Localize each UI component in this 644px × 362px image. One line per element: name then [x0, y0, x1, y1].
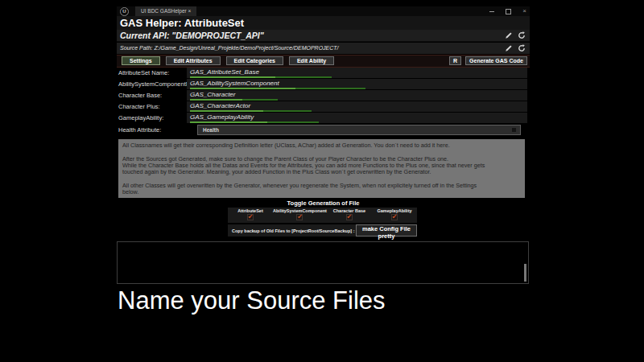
refresh-icon [518, 31, 526, 39]
input-underline [190, 88, 365, 89]
document-tab[interactable]: UI BDC GASHelper × [135, 6, 196, 16]
minimize-button[interactable] [489, 11, 494, 12]
checkmark-icon: ✔ [392, 215, 398, 220]
window-controls: × [489, 6, 526, 16]
unreal-engine-logo-icon: U [120, 7, 129, 16]
refresh-source-path-button[interactable] [516, 43, 526, 53]
checkmark-icon: ✔ [347, 215, 353, 220]
copy-backup-strip: Copy backup of Old Files to [ProjectRoot… [228, 224, 369, 237]
toggle-column: AttributeSet✔ [228, 208, 273, 223]
generate-gas-code-button[interactable]: Generate GAS Code [465, 56, 527, 65]
toggle-column: GameplayAbility✔ [372, 208, 417, 223]
toggle-column: AbilitySystemComponent✔ [273, 208, 327, 223]
page-title: GAS Helper: AttributeSet [117, 16, 530, 30]
checkmark-icon: ✔ [248, 215, 254, 220]
health-attribute-dropdown[interactable]: Health [197, 125, 521, 135]
scrollbar-thumb[interactable] [524, 264, 526, 282]
field-label: AttributeSet Name: [118, 68, 169, 78]
form-row: AttributeSet Name:GAS_AttributeSet_Base [117, 68, 530, 78]
edit-api-button[interactable] [503, 31, 514, 40]
toggle-checkbox-attributeset[interactable]: ✔ [247, 214, 254, 220]
toggle-column: Character Base✔ [327, 208, 372, 223]
copy-backup-label: Copy backup of Old Files to [ProjectRoot… [232, 228, 355, 233]
source-path-label: Source Path: Z:/Game_Design/Unreal_Proje… [120, 45, 339, 51]
tab-bar: SettingsEdit AttributesEdit CategoriesEd… [117, 55, 530, 68]
form-row: Character Base:GAS_Character [117, 90, 530, 101]
tabbar-actions: R Generate GAS Code [449, 56, 527, 65]
input-underline [190, 76, 332, 78]
tab-edit-categories[interactable]: Edit Categories [226, 56, 283, 65]
slide-caption: Name your Source Files [118, 286, 386, 315]
health-attribute-value: Health [203, 125, 219, 134]
form-row: Character Plus:GAS_CharacterActor [117, 101, 530, 112]
field-label: GameplayAbility: [118, 113, 163, 123]
close-button[interactable]: × [522, 6, 526, 16]
toggle-checkbox-abilitysystemcomponent[interactable]: ✔ [296, 214, 303, 220]
make-config-file-pretty-button[interactable]: make Config File pretty [356, 224, 417, 237]
toggle-section-title: Toggle Generation of File [117, 200, 530, 207]
refresh-icon [518, 44, 526, 52]
toggle-checkbox-gameplayability[interactable]: ✔ [391, 214, 398, 220]
input-underline [190, 110, 312, 112]
text-input[interactable]: GAS_AttributeSet_Base [187, 68, 527, 78]
input-underline [190, 99, 278, 101]
text-input[interactable]: GAS_CharacterActor [187, 101, 527, 112]
copy-backup-row: Copy backup of Old Files to [ProjectRoot… [228, 224, 369, 237]
form-row: GameplayAbility:GAS_GameplayAbility [117, 113, 530, 123]
lower-content-panel [117, 241, 529, 284]
field-label: Character Plus: [118, 101, 160, 112]
form-row: AbilitySystemComponentName:GAS_AbilitySy… [117, 79, 530, 89]
text-input[interactable]: GAS_AbilitySystemComponent [187, 79, 527, 89]
dropdown-arrow-icon [512, 128, 516, 132]
input-underline [190, 121, 319, 123]
tab-edit-attributes[interactable]: Edit Attributes [166, 56, 221, 65]
tab-edit-ability[interactable]: Edit Ability [289, 56, 334, 65]
edit-source-path-button[interactable] [503, 43, 514, 53]
screen: U UI BDC GASHelper × × GAS Helper: Attri… [0, 0, 644, 362]
current-api-label: Current API: "DEMOPROJECT_API" [120, 31, 264, 40]
tab-settings[interactable]: Settings [122, 56, 160, 65]
current-api-row: Current API: "DEMOPROJECT_API" [117, 30, 530, 42]
pencil-icon [505, 31, 513, 39]
text-input[interactable]: GAS_GameplayAbility [187, 113, 527, 123]
toggle-checkbox-character-base[interactable]: ✔ [346, 214, 353, 220]
refresh-api-button[interactable] [516, 31, 526, 40]
checkmark-icon: ✔ [297, 215, 303, 220]
r-button[interactable]: R [449, 56, 461, 65]
text-input[interactable]: GAS_Character [187, 90, 527, 101]
health-attribute-row: Health Attribute: Health [117, 125, 530, 135]
source-file-name-form: AttributeSet Name:GAS_AttributeSet_BaseA… [117, 68, 530, 124]
health-attribute-label: Health Attribute: [118, 125, 161, 135]
toggle-generation-columns: AttributeSet✔AbilitySystemComponent✔Char… [228, 208, 417, 223]
tab-buttons: SettingsEdit AttributesEdit CategoriesEd… [122, 56, 334, 65]
maximize-button[interactable] [506, 9, 511, 14]
source-path-row: Source Path: Z:/Game_Design/Unreal_Proje… [117, 43, 530, 54]
pencil-icon [505, 44, 513, 52]
gas-helper-window: U UI BDC GASHelper × × GAS Helper: Attri… [117, 6, 530, 286]
field-label: Character Base: [118, 90, 162, 101]
window-titlebar: U UI BDC GASHelper × × [117, 6, 530, 16]
info-text: All Classnames will get their correspond… [118, 139, 525, 198]
